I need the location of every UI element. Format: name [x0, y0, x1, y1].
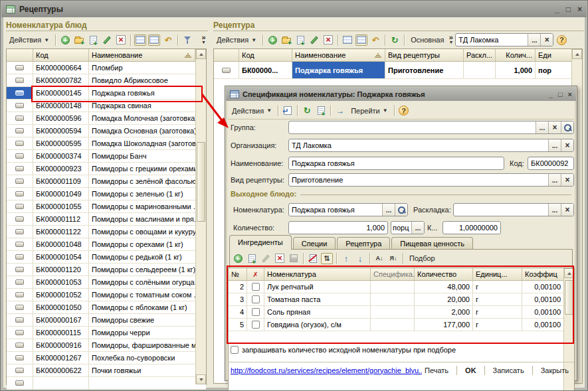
ingredient-row[interactable]: 2Лук репчатый48,000г0,00100: [229, 281, 574, 293]
toolbar-overflow-button[interactable]: »▼: [448, 35, 453, 44]
copy-icon[interactable]: [315, 105, 327, 116]
list-item[interactable]: БК000001109Помидоры с зелёной фасолью...: [7, 175, 206, 188]
close-button[interactable]: ×: [577, 6, 582, 13]
copy-icon[interactable]: [294, 35, 306, 46]
checkbox-icon[interactable]: [252, 295, 260, 303]
scroll-up-icon[interactable]: [572, 49, 582, 59]
org-filter-field[interactable]: ТД Лакомка ... ×: [455, 33, 553, 46]
actions-menu-button[interactable]: Действия▼: [7, 35, 52, 45]
recipe-row[interactable]: БК00000... Поджарка говяжья Приготовлени…: [214, 62, 582, 79]
clear-icon[interactable]: ×: [561, 204, 573, 216]
help-icon[interactable]: [398, 105, 410, 116]
list-item[interactable]: БК000000916Помидоры, фаршированные м...: [7, 339, 206, 352]
delete-icon[interactable]: [115, 35, 127, 46]
dish-list-scrollbar[interactable]: [195, 49, 206, 384]
list-item[interactable]: БК000000595Помадка Шоколадная (заготов..…: [7, 137, 206, 150]
minimize-button[interactable]: _: [555, 6, 559, 13]
list-item[interactable]: БК000000664Пломбир: [7, 62, 206, 74]
list-item[interactable]: [7, 377, 206, 390]
header-name[interactable]: Наименование: [292, 49, 385, 61]
list-item[interactable]: БК000000148Поджарка свиная: [7, 100, 206, 112]
list-item[interactable]: БК000001122Помидоры с овощами и кукуру..…: [7, 226, 206, 238]
dialog-maximize-button[interactable]: □: [558, 91, 563, 98]
add-icon[interactable]: [59, 35, 71, 46]
list-item[interactable]: БК000001052Помидоры с томатным соком ...: [7, 289, 206, 301]
coefficient-field[interactable]: 1,00000000: [442, 221, 501, 234]
ingredient-row[interactable]: 5Говядина (огузок), с/м177,000г0,00100: [229, 319, 574, 331]
list-item[interactable]: БК000000622Почки говяжьи: [7, 364, 206, 377]
copy-icon[interactable]: [246, 253, 258, 264]
view-list-icon[interactable]: [148, 35, 160, 46]
save-close-icon[interactable]: [282, 105, 294, 116]
undo-settings-icon[interactable]: [369, 35, 381, 46]
scroll-thumb[interactable]: [197, 142, 205, 222]
header-quantity[interactable]: Колич...: [496, 49, 536, 61]
header-unit[interactable]: Единиц...: [473, 268, 522, 280]
header-unit[interactable]: Еди: [536, 49, 561, 61]
checkbox-icon[interactable]: [231, 346, 239, 354]
header-code[interactable]: Код: [239, 49, 292, 61]
ask-quantity-option[interactable]: запрашивать количество исходной номенкла…: [231, 346, 456, 354]
list-item[interactable]: БК000001050Помидоры с яблоками (1 кг): [7, 301, 206, 314]
add-folder-icon[interactable]: [73, 35, 85, 46]
scroll-thumb[interactable]: [565, 280, 573, 315]
goto-menu-button[interactable]: Перейти▼: [348, 106, 391, 116]
dialog-close-button[interactable]: ×: [568, 91, 572, 98]
dialog-minimize-button[interactable]: _: [549, 91, 553, 98]
header-layout[interactable]: Раскл...: [464, 49, 496, 61]
list-item[interactable]: БК000000594Помадка Основная (заготовка): [7, 125, 206, 137]
move-up-icon[interactable]: [340, 253, 352, 264]
tab-recipe[interactable]: Рецептура: [337, 237, 390, 250]
list-item[interactable]: БК000001053Помидоры с солёными огурца...: [7, 276, 206, 289]
ingredient-row[interactable]: 4Соль пряная2,000г0,00100: [229, 306, 574, 319]
list-item[interactable]: БК000000167Помидоры свежие: [7, 314, 206, 327]
header-num[interactable]: №: [229, 268, 247, 280]
maximize-button[interactable]: □: [566, 6, 571, 13]
list-item[interactable]: БК000000115Помидоры черри: [7, 327, 206, 339]
panel-splitter[interactable]: [208, 21, 213, 385]
list-item[interactable]: БК000000145Поджарка говяжья: [7, 87, 206, 100]
row-numbering-icon[interactable]: [321, 253, 333, 264]
list-item[interactable]: БК000000374Помидоры Банч: [7, 150, 206, 163]
recipe-source-link[interactable]: http://foodcost.ru/services/recipes/elem…: [231, 366, 422, 374]
view-list-icon[interactable]: [355, 35, 367, 46]
save-icon[interactable]: [288, 253, 300, 264]
choose-icon[interactable]: ...: [411, 222, 424, 234]
tab-nutrition[interactable]: Пищевая ценность: [391, 237, 473, 250]
list-item[interactable]: БК000001054Помидоры с редькой (1 кг): [7, 251, 206, 264]
list-item[interactable]: БК000001055Помидоры с маринованными ...: [7, 200, 206, 213]
add-icon[interactable]: [266, 35, 278, 46]
no-spec-icon[interactable]: [307, 253, 319, 264]
choose-icon[interactable]: ...: [548, 139, 561, 151]
nomenclature-field[interactable]: Поджарка говяжья ...: [288, 203, 408, 216]
actions-menu-button[interactable]: Действия▼: [214, 35, 259, 45]
list-item[interactable]: БК000001112Помидоры с маслинами и пря...: [7, 213, 206, 226]
edit-icon[interactable]: [308, 35, 320, 46]
actions-menu-button[interactable]: Действия▼: [229, 106, 274, 116]
recipe-kind-field[interactable]: Приготовление ... ×: [288, 173, 574, 187]
add-icon[interactable]: [232, 253, 244, 264]
checkbox-icon[interactable]: [252, 308, 260, 316]
checkbox-icon[interactable]: [252, 283, 260, 291]
view-hierarchy-icon[interactable]: [342, 35, 353, 46]
edit-icon[interactable]: [260, 253, 272, 264]
list-item[interactable]: БК000000923Помидоры с грецкими орехами: [7, 163, 206, 175]
header-code[interactable]: Код: [33, 49, 89, 61]
filter-sort-icon[interactable]: [181, 35, 193, 46]
search-icon[interactable]: [395, 204, 407, 216]
delete-icon[interactable]: [274, 253, 286, 264]
list-item[interactable]: БК000001267Похлебка по-суворовски: [7, 352, 206, 364]
search-icon[interactable]: [561, 121, 573, 133]
group-field[interactable]: ... ×: [288, 121, 574, 134]
tab-spices[interactable]: Специи: [293, 237, 336, 250]
unit-field[interactable]: порц ...: [391, 221, 425, 234]
sort-desc-icon[interactable]: Я↓: [387, 253, 399, 264]
header-spec[interactable]: Специфика...: [371, 268, 415, 280]
header-icon-column[interactable]: [214, 49, 239, 61]
delete-icon[interactable]: [322, 35, 334, 46]
help-icon[interactable]: [555, 35, 567, 46]
list-item[interactable]: БК000000782Повидло Абрикосовое: [7, 74, 206, 87]
undo-settings-icon[interactable]: [162, 35, 174, 46]
edit-icon[interactable]: [101, 35, 113, 46]
header-delete-mark[interactable]: ✗: [247, 268, 264, 280]
